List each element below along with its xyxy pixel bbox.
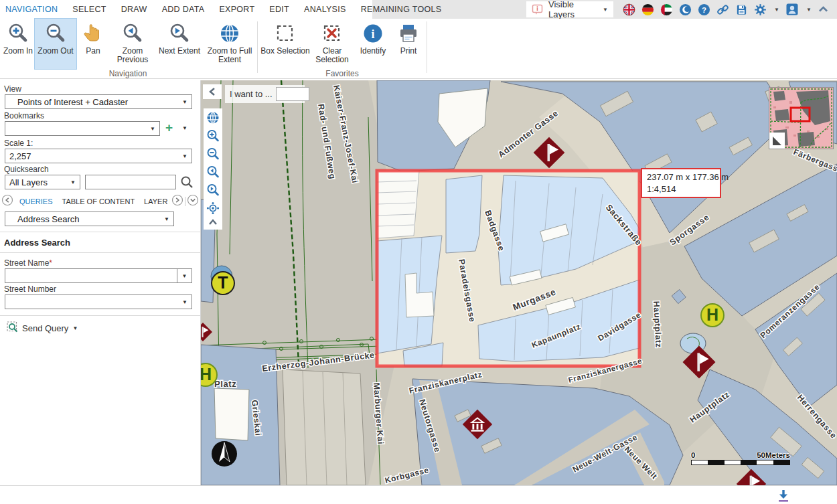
ribbon-button-label: Zoom Out: [37, 47, 73, 56]
view-select[interactable]: Points of Interest + Cadaster▼: [5, 94, 192, 109]
zoom-full-extent-button[interactable]: Zoom to Full Extent: [204, 19, 256, 69]
menu-item-navigation[interactable]: NAVIGATION: [5, 5, 58, 14]
menu-item-select[interactable]: SELECT: [72, 5, 106, 14]
menu-item-add-data[interactable]: ADD DATA: [162, 5, 205, 14]
overview-collapse-button[interactable]: [769, 133, 785, 149]
menu-item-export[interactable]: EXPORT: [219, 5, 254, 14]
i-want-to-widget[interactable]: I want to ...: [225, 85, 305, 103]
menu-item-analysis[interactable]: ANALYSIS: [304, 5, 346, 14]
full-extent-icon[interactable]: [206, 111, 220, 124]
pan-button[interactable]: Pan: [76, 19, 110, 69]
menu-item-draw[interactable]: DRAW: [121, 5, 147, 14]
street-number-select[interactable]: ▼: [5, 295, 192, 309]
print-icon: [397, 21, 420, 46]
tab-queries[interactable]: QUERIES: [15, 197, 58, 205]
street-name-input[interactable]: [5, 268, 177, 283]
send-query-caret[interactable]: ▼: [72, 325, 78, 331]
street-name-dropdown-button[interactable]: ▼: [177, 268, 192, 283]
gear-caret[interactable]: ▼: [774, 7, 779, 13]
collapse-chevron-icon[interactable]: [818, 5, 829, 14]
zoom-out-icon[interactable]: [206, 147, 220, 161]
i-want-to-label: I want to ...: [230, 89, 273, 99]
scalebar-start: 0: [691, 451, 695, 459]
send-query-icon: [7, 321, 18, 335]
ribbon-button-label: Zoom Previous: [110, 47, 155, 64]
ribbon-toolbar: Zoom InZoom OutPanZoom PreviousNext Exte…: [0, 19, 837, 79]
ribbon-separator: [257, 21, 258, 73]
svg-text:i: i: [371, 27, 374, 41]
print-button[interactable]: Print: [392, 19, 425, 69]
map-toolbar-collapse-button[interactable]: [204, 214, 222, 230]
tooltip-dimensions: 237.07 m x 177.36 m: [647, 171, 715, 183]
query-select[interactable]: Address Search▼: [5, 212, 174, 226]
ribbon-button-label: Pan: [86, 47, 100, 56]
help-icon[interactable]: ?: [698, 3, 710, 16]
sidebar-collapse-button[interactable]: [203, 84, 222, 99]
ribbon-group-favorites: Box SelectionClear SelectioniIdentifyPri…: [259, 19, 425, 78]
flag-uae-icon[interactable]: [660, 3, 673, 16]
identify-button[interactable]: iIdentify: [354, 19, 392, 69]
overview-map[interactable]: [769, 87, 834, 149]
bookmarks-select[interactable]: ▼: [5, 121, 160, 136]
bookmark-menu-caret[interactable]: ▼: [182, 125, 187, 131]
download-icon[interactable]: [775, 489, 791, 504]
save-icon[interactable]: [735, 3, 748, 16]
scale-select[interactable]: 2,257▼: [5, 149, 192, 163]
zoom-full-extent-icon: [218, 21, 241, 46]
quicksearch-input[interactable]: [85, 175, 176, 189]
chevron-up-icon: [208, 218, 218, 226]
comment-icon: i: [532, 3, 544, 16]
section-heading: Address Search: [4, 238, 70, 248]
map[interactable]: Rad- und FußwegKaiser-Franz-Josef-KaiAdm…: [201, 80, 837, 485]
tabs-scroll-left-button[interactable]: [1, 194, 13, 209]
box-selection-button[interactable]: Box Selection: [260, 19, 310, 69]
svg-text:H: H: [706, 305, 718, 324]
transit-stop-marker-H[interactable]: H: [701, 304, 724, 327]
ribbon-group-navigation: Zoom InZoom OutPanZoom PreviousNext Exte…: [0, 19, 256, 78]
visible-layers-button[interactable]: i Visible Layers ▼: [526, 1, 613, 17]
zoom-out-icon: [44, 21, 67, 46]
zoom-previous-button[interactable]: Zoom Previous: [110, 19, 155, 69]
tab-layer-fil[interactable]: LAYER FIL: [139, 197, 170, 205]
map-toolbar: [204, 108, 222, 218]
svg-text:i: i: [536, 5, 538, 12]
zoom-previous-icon: [121, 21, 144, 46]
tab-table-of-content[interactable]: TABLE OF CONTENT: [58, 197, 140, 205]
user-caret[interactable]: ▼: [806, 7, 812, 13]
next-extent-icon[interactable]: [206, 183, 220, 197]
user-icon[interactable]: [785, 3, 799, 16]
menu-items: NAVIGATIONSELECTDRAWADD DATAEXPORTEDITAN…: [5, 0, 441, 19]
i-want-to-input[interactable]: [276, 87, 309, 101]
ribbon-separator: [427, 21, 427, 73]
map-canvas[interactable]: Rad- und FußwegKaiser-Franz-Josef-KaiAdm…: [201, 80, 837, 485]
menu-item-edit[interactable]: EDIT: [269, 5, 289, 14]
flag-uk-icon[interactable]: [623, 3, 635, 16]
zoom-in-button[interactable]: Zoom In: [1, 19, 35, 69]
search-icon[interactable]: [180, 175, 194, 191]
gear-icon[interactable]: [754, 3, 767, 16]
ribbon-button-label: Box Selection: [260, 47, 309, 56]
tabs-overflow-button[interactable]: [187, 194, 199, 209]
send-query-button[interactable]: Send Query ▼: [7, 320, 78, 336]
tabs-scroll-right-button[interactable]: [171, 194, 183, 209]
zoom-out-button[interactable]: Zoom Out: [35, 19, 76, 69]
zoom-in-icon[interactable]: [206, 129, 220, 143]
tabs: QUERIESTABLE OF CONTENTLAYER FIL: [15, 197, 170, 206]
next-extent-icon: [168, 21, 191, 46]
transit-stop-marker-H[interactable]: H: [201, 363, 217, 386]
add-bookmark-button[interactable]: +: [165, 121, 173, 135]
flag-germany-icon[interactable]: [641, 3, 654, 16]
ribbon-group-label: Favorites: [259, 69, 425, 78]
locate-icon[interactable]: [206, 201, 220, 215]
scale-bar: 0 50Meters: [691, 451, 790, 465]
chevron-left-icon: [208, 87, 216, 96]
zoom-previous-icon[interactable]: [206, 165, 220, 179]
ribbon-button-label: Identify: [360, 47, 386, 56]
clear-selection-button[interactable]: Clear Selection: [310, 19, 354, 69]
next-extent-button[interactable]: Next Extent: [155, 19, 204, 69]
crescent-icon[interactable]: [679, 3, 692, 16]
link-icon[interactable]: [716, 3, 729, 16]
chevron-down-icon: ▼: [603, 7, 608, 13]
quicksearch-layer-select[interactable]: All Layers▼: [5, 175, 80, 189]
menu-item-remaining-tools[interactable]: REMAINING TOOLS: [361, 5, 442, 14]
